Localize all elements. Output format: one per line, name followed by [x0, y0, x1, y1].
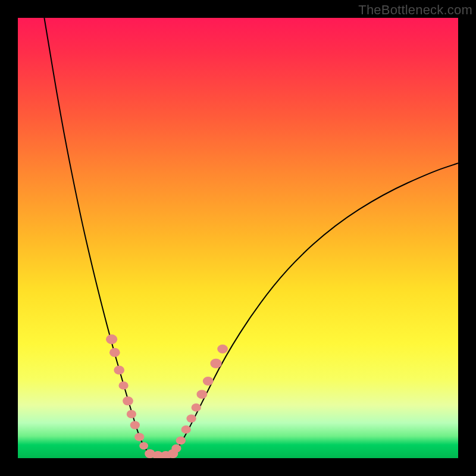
data-marker — [109, 348, 120, 357]
data-marker — [210, 359, 221, 368]
data-marker — [127, 410, 136, 418]
data-marker — [192, 403, 201, 412]
chart-frame — [18, 18, 458, 458]
curve-layer — [44, 18, 458, 457]
data-marker — [181, 425, 191, 434]
data-marker — [203, 377, 214, 386]
data-marker — [114, 365, 124, 374]
data-marker — [106, 334, 117, 344]
data-marker — [196, 390, 207, 399]
data-marker — [217, 345, 228, 353]
data-marker — [176, 436, 186, 444]
data-marker — [123, 396, 133, 405]
data-marker — [171, 444, 181, 453]
marker-layer — [106, 334, 228, 458]
data-marker — [134, 433, 144, 441]
watermark-text: TheBottleneck.com — [358, 2, 472, 18]
data-marker — [118, 381, 128, 390]
data-marker — [130, 421, 140, 430]
chart-svg — [18, 18, 458, 458]
data-marker — [139, 442, 148, 450]
bottleneck-curve — [44, 18, 458, 457]
data-marker — [186, 414, 196, 422]
